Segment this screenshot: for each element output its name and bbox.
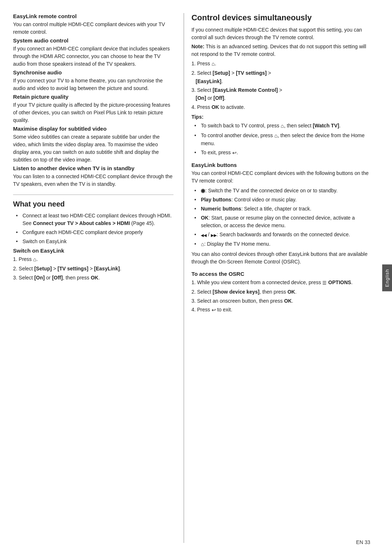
home-icon-tip1 — [281, 122, 284, 130]
tips-label: Tips: — [191, 114, 369, 120]
tips-list: To switch back to TV control, press , th… — [194, 122, 369, 157]
section-body-listen-device: You can listen to a connected HDMI-CEC c… — [13, 173, 173, 188]
what-you-need-heading: What you need — [13, 200, 173, 208]
note-label: Note: — [191, 44, 204, 49]
list-item: Connect at least two HDMI-CEC compliant … — [16, 212, 173, 227]
easylink-bullet-3: Numeric buttons: Select a title, chapter… — [194, 205, 369, 213]
main-heading: Control devices simultaneously — [191, 13, 369, 23]
easylink-bullet-4: OK: Start, pause or resume play on the c… — [194, 214, 369, 229]
right-step-1: 1. Press . — [191, 60, 369, 68]
osrc-heading: To access the OSRC — [191, 271, 369, 277]
section-picture-quality: Retain picture quality If your TV pictur… — [13, 94, 173, 124]
step-3-left: 3. Select [On] or [Off], then press OK. — [13, 274, 173, 282]
osrc-step-1: 1. While you view content from a connect… — [191, 278, 369, 287]
note-body: This is an advanced setting. Devices tha… — [191, 44, 366, 57]
sidebar-tab: English — [382, 0, 392, 556]
tip-item-1: To switch back to TV control, press , th… — [194, 122, 369, 130]
what-you-need-list: Connect at least two HDMI-CEC compliant … — [16, 212, 173, 245]
section-what-you-need: What you need Connect at least two HDMI-… — [13, 200, 173, 245]
easylink-bullet-5: / : Search backwards and forwards on the… — [194, 231, 369, 239]
switch-easylink-heading: Switch on EasyLink — [13, 248, 173, 254]
right-step-2: 2. Select [Setup] > [TV settings] > [Eas… — [191, 69, 369, 85]
intro-text: If you connect multiple HDMI-CEC devices… — [191, 26, 369, 41]
tip-item-3: To exit, press . — [194, 149, 369, 157]
section-title-listen-device: Listen to another device when TV is in s… — [13, 165, 173, 171]
osrc-step-2: 2. Select [Show device keys], then press… — [191, 288, 369, 296]
section-body-easylink-remote: You can control multiple HDMI-CEC compli… — [13, 21, 173, 36]
section-title-sync-audio: Synchronise audio — [13, 69, 173, 75]
osrc-step-3: 3. Select an onscreen button, then press… — [191, 297, 369, 305]
section-body-system-audio: If you connect an HDMI-CEC compliant dev… — [13, 45, 173, 68]
ff-icon — [211, 231, 217, 239]
right-step-3: 3. Select [EasyLink Remote Control] > [O… — [191, 86, 369, 102]
list-item: Configure each HDMI-CEC compliant device… — [16, 229, 173, 236]
easylink-bullet-1: ◉: Switch the TV and the connected devic… — [194, 187, 369, 195]
back-icon-osrc — [212, 306, 216, 314]
home-icon-r1 — [212, 60, 215, 68]
step-1-left: 1. Press . — [13, 255, 173, 264]
section-sync-audio: Synchronise audio If you connect your TV… — [13, 69, 173, 92]
section-title-maximise-display: Maximise display for subtitled video — [13, 126, 173, 132]
easylink-buttons-intro: You can control HDMI-CEC compliant devic… — [191, 169, 369, 185]
footer-text: EN 33 — [356, 539, 370, 545]
section-title-picture-quality: Retain picture quality — [13, 94, 173, 100]
home-icon-tip2 — [274, 132, 278, 140]
note-text: Note: This is an advanced setting. Devic… — [191, 43, 369, 58]
rewind-icon — [201, 231, 207, 239]
section-title-system-audio: System audio control — [13, 37, 173, 44]
section-body-maximise-display: Some video subtitles can create a separa… — [13, 133, 173, 164]
back-icon-tip3 — [232, 149, 237, 157]
home-icon — [33, 255, 36, 264]
list-item: Switch on EasyLink — [16, 238, 173, 245]
section-body-picture-quality: If your TV picture quality is affected b… — [13, 101, 173, 124]
section-switch-easylink: Switch on EasyLink 1. Press . 2. Select … — [13, 248, 173, 282]
osrc-step-4: 4. Press to exit. — [191, 306, 369, 314]
easylink-buttons-list: ◉: Switch the TV and the connected devic… — [194, 187, 369, 248]
right-column: Control devices simultaneously If you co… — [184, 13, 369, 543]
section-title-easylink-remote: EasyLink remote control — [13, 13, 173, 19]
home-icon-bullet6 — [201, 240, 204, 249]
section-body-sync-audio: If you connect your TV to a home theatre… — [13, 77, 173, 92]
sidebar-label: English — [382, 265, 392, 291]
section-listen-device: Listen to another device when TV is in s… — [13, 165, 173, 188]
right-step-4: 4. Press OK to activate. — [191, 103, 369, 111]
easylink-buttons-heading: EasyLink buttons — [191, 162, 369, 168]
tip-item-2: To control another device, press , then … — [194, 132, 369, 148]
step-2-left: 2. Select [Setup] > [TV settings] > [Eas… — [13, 265, 173, 273]
section-maximise-display: Maximise display for subtitled video Som… — [13, 126, 173, 164]
section-system-audio: System audio control If you connect an H… — [13, 37, 173, 68]
section-easylink-remote: EasyLink remote control You can control … — [13, 13, 173, 36]
easylink-bullet-2: Play buttons: Control video or music pla… — [194, 196, 369, 204]
easylink-buttons-outro: You can also control devices through oth… — [191, 250, 369, 266]
left-divider — [13, 195, 173, 195]
options-icon — [322, 279, 327, 287]
easylink-bullet-6: : Display the TV Home menu. — [194, 240, 369, 249]
left-column: EasyLink remote control You can control … — [13, 13, 184, 543]
footer: EN 33 — [356, 539, 370, 545]
